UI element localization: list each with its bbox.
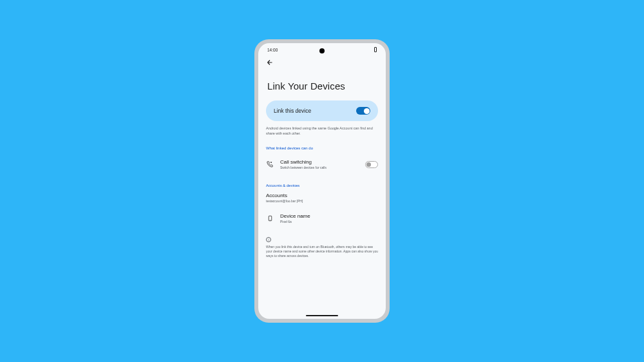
content-area: Link this device Android devices linked … bbox=[258, 100, 386, 258]
accounts-title: Accounts bbox=[266, 193, 378, 198]
section-header-accounts: Accounts & devices bbox=[266, 184, 378, 187]
status-icons bbox=[374, 47, 377, 52]
phone-icon bbox=[266, 214, 274, 222]
section-header-features: What linked devices can do bbox=[266, 146, 378, 150]
info-text: When you link this device and turn on Bl… bbox=[266, 245, 378, 258]
call-switching-row[interactable]: Call switching Switch between devices fo… bbox=[266, 155, 378, 173]
call-switching-text: Call switching Switch between devices fo… bbox=[280, 159, 359, 169]
link-device-label: Link this device bbox=[274, 108, 311, 114]
link-description: Android devices linked using the same Go… bbox=[266, 126, 378, 136]
accounts-subtitle: testaccount@foo.bar [PH] bbox=[266, 199, 378, 203]
nav-bar-handle[interactable] bbox=[306, 315, 338, 316]
status-time: 14:00 bbox=[267, 48, 278, 52]
back-bar bbox=[258, 55, 386, 71]
phone-frame: 14:00 Link Your Devices Link this device… bbox=[254, 39, 390, 323]
info-block: i bbox=[266, 236, 378, 242]
call-switching-subtitle: Switch between devices for calls bbox=[280, 166, 359, 169]
device-name-title: Device name bbox=[280, 213, 378, 219]
device-name-row[interactable]: Device name Pixel 6a bbox=[266, 209, 378, 227]
device-name-text: Device name Pixel 6a bbox=[280, 213, 378, 224]
accounts-row[interactable]: Accounts testaccount@foo.bar [PH] bbox=[266, 193, 378, 203]
page-title: Link Your Devices bbox=[258, 71, 386, 100]
link-device-toggle[interactable] bbox=[356, 107, 370, 115]
device-name-subtitle: Pixel 6a bbox=[280, 220, 378, 224]
call-switching-icon bbox=[266, 160, 274, 168]
battery-icon bbox=[374, 47, 377, 52]
info-icon: i bbox=[266, 237, 271, 242]
link-device-card[interactable]: Link this device bbox=[266, 100, 378, 121]
call-switching-title: Call switching bbox=[280, 159, 359, 165]
call-switching-toggle[interactable] bbox=[365, 161, 378, 168]
back-button[interactable] bbox=[266, 59, 274, 68]
camera-notch bbox=[319, 48, 325, 53]
phone-screen: 14:00 Link Your Devices Link this device… bbox=[258, 43, 386, 319]
